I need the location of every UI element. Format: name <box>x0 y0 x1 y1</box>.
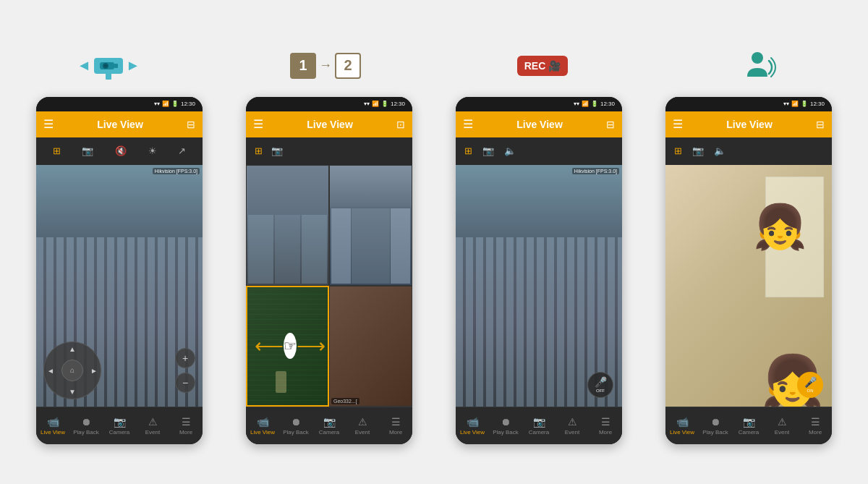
battery-icon: 🔋 <box>171 101 179 107</box>
phone-3-video: Hikvision [FPS:3.0] 🎤 OFF <box>456 165 622 407</box>
phone-3-bottom-nav: 📹 Live View ⏺ Play Back 📷 Camera ⚠ Event <box>456 407 622 444</box>
rec-label: REC <box>524 60 546 72</box>
zoom-out-btn[interactable]: − <box>175 373 195 393</box>
nav-live-label-1: Live View <box>41 429 65 436</box>
num-box-1: 1 <box>290 53 316 79</box>
grid-cell-4[interactable]: Geo332...[ <box>329 286 412 407</box>
time-3: 12:30 <box>600 101 615 107</box>
toolbar-screenshot-1[interactable]: 📷 <box>82 145 93 156</box>
hamburger-icon-1[interactable]: ☰ <box>43 117 54 131</box>
nav-playback-3[interactable]: ⏺ Play Back <box>489 416 522 436</box>
top-bar-right-3[interactable]: ⊟ <box>606 119 615 130</box>
svg-point-3 <box>104 64 107 67</box>
toolbar-mute-3[interactable]: 🔈 <box>504 145 516 156</box>
nav-live-view-3[interactable]: 📹 Live View <box>456 416 489 436</box>
ptz-up-btn[interactable]: ▲ <box>69 345 76 353</box>
toolbar-screenshot-3[interactable]: 📷 <box>482 145 494 156</box>
ptz-feature: ◄ ► <box>36 57 181 74</box>
mute-toggle-btn[interactable]: 🎤 OFF <box>587 372 613 398</box>
zoom-in-btn[interactable]: + <box>175 348 195 368</box>
toolbar-brightness-1[interactable]: ☀ <box>148 145 157 156</box>
phone-3-status-bar: ▾▾ 📶 🔋 12:30 <box>456 97 622 111</box>
grid-cell-1[interactable] <box>246 165 329 286</box>
toolbar-screenshot-2[interactable]: 📷 <box>271 145 283 156</box>
phone-4-title: Live View <box>726 119 773 130</box>
nav-camera-3[interactable]: 📷 Camera <box>522 416 556 436</box>
wifi-icon-3: ▾▾ <box>574 101 579 107</box>
ptz-down-btn[interactable]: ▼ <box>69 388 76 396</box>
hamburger-icon-2[interactable]: ☰ <box>253 117 263 131</box>
signal-icon-4: 📶 <box>791 101 799 107</box>
toolbar-screenshot-4[interactable]: 📷 <box>692 145 704 156</box>
status-icons-2: ▾▾ 📶 🔋 12:30 <box>364 101 405 107</box>
nav-more-icon-4: ☰ <box>811 416 820 428</box>
top-bar-right-2[interactable]: ⊡ <box>396 119 405 130</box>
grid-cell-3[interactable]: ⟵ ☞ ⟶ <box>246 286 329 407</box>
nav-event-3[interactable]: ⚠ Event <box>556 416 589 436</box>
time-4: 12:30 <box>810 101 825 107</box>
nav-more-icon-3: ☰ <box>601 416 610 428</box>
nav-event-icon-4: ⚠ <box>778 416 787 428</box>
nav-event-2[interactable]: ⚠ Event <box>346 416 379 436</box>
nav-event-1[interactable]: ⚠ Event <box>136 416 169 436</box>
mic-on-label: ON <box>807 389 814 393</box>
nav-more-3[interactable]: ☰ More <box>589 416 622 436</box>
hamburger-icon-4[interactable]: ☰ <box>673 117 683 131</box>
nav-live-icon-1: 📹 <box>47 416 59 428</box>
toolbar-grid-2[interactable]: ⊞ <box>255 145 263 156</box>
hamburger-icon-3[interactable]: ☰ <box>463 117 473 131</box>
ptz-controls: ▲ ▼ ◄ ► ⌂ + − <box>36 341 203 399</box>
ptz-home-btn[interactable]: ⌂ <box>61 360 83 381</box>
mic-on-btn[interactable]: 🎤 ON <box>797 372 823 398</box>
mute-off-label: OFF <box>596 389 605 393</box>
video-label-3: Hikvision [FPS:3.0] <box>572 168 619 174</box>
nav-live-icon-2: 📹 <box>257 416 269 428</box>
nav-more-label-1: More <box>179 429 192 436</box>
toolbar-camera-switch-1[interactable]: ⊞ <box>53 145 61 156</box>
nav-more-1[interactable]: ☰ More <box>169 416 203 436</box>
phone-4-top-bar: ☰ Live View ⊟ <box>665 111 832 137</box>
phone-1-video: Hikvision [FPS:3.0] ▲ ▼ ◄ ► ⌂ <box>36 165 203 407</box>
ptz-circle[interactable]: ▲ ▼ ◄ ► ⌂ <box>43 341 101 399</box>
rec-feature: REC 🎥 <box>470 56 615 76</box>
nav-playback-4[interactable]: ⏺ Play Back <box>699 416 732 436</box>
nav-playback-1[interactable]: ⏺ Play Back <box>69 416 103 436</box>
nav-camera-2[interactable]: 📷 Camera <box>312 416 346 436</box>
phone-4-toolbar: ⊞ 📷 🔈 <box>665 137 832 165</box>
rec-button[interactable]: REC 🎥 <box>517 56 569 76</box>
nav-more-icon-1: ☰ <box>182 416 191 428</box>
toolbar-mute-1[interactable]: 🔇 <box>115 145 127 156</box>
phone-4-bottom-nav: 📹 Live View ⏺ Play Back 📷 Camera ⚠ Event <box>665 407 832 444</box>
phones-row: ▾▾ 📶 🔋 12:30 ☰ Live View ⊟ ⊞ 📷 🔇 <box>0 97 868 444</box>
toolbar-cam-3[interactable]: ⊞ <box>464 145 472 156</box>
signal-icon: 📶 <box>162 101 169 107</box>
ptz-right-btn[interactable]: ► <box>90 366 98 374</box>
nav-live-view-2[interactable]: 📹 Live View <box>246 416 279 436</box>
voice-feature <box>687 48 832 84</box>
grid-cell-2[interactable] <box>329 165 412 286</box>
wifi-icon-2: ▾▾ <box>364 101 370 107</box>
phone-3: ▾▾ 📶 🔋 12:30 ☰ Live View ⊟ ⊞ 📷 🔈 <box>456 97 622 444</box>
nav-more-2[interactable]: ☰ More <box>379 416 412 436</box>
top-bar-right-4[interactable]: ⊟ <box>816 119 825 130</box>
nav-playback-2[interactable]: ⏺ Play Back <box>279 416 312 436</box>
nav-cam-label-1: Camera <box>109 429 129 436</box>
nav-live-view-4[interactable]: 📹 Live View <box>665 416 699 436</box>
toolbar-cursor-1[interactable]: ↗ <box>178 145 186 156</box>
nav-event-4[interactable]: ⚠ Event <box>765 416 799 436</box>
nav-camera-1[interactable]: 📷 Camera <box>103 416 136 436</box>
toolbar-cam-4[interactable]: ⊞ <box>674 145 682 156</box>
top-bar-right-1[interactable]: ⊟ <box>187 119 195 130</box>
time-1: 12:30 <box>181 101 195 107</box>
wifi-icon-4: ▾▾ <box>783 101 789 107</box>
signal-icon-2: 📶 <box>372 101 379 107</box>
mute-icon: 🎤 <box>595 376 607 388</box>
zoom-controls: + − <box>175 348 195 393</box>
phone-1-top-bar: ☰ Live View ⊟ <box>36 111 203 137</box>
nav-more-4[interactable]: ☰ More <box>799 416 832 436</box>
toolbar-mute-4[interactable]: 🔈 <box>714 145 726 156</box>
nav-event-label-4: Event <box>775 429 789 436</box>
ptz-left-btn[interactable]: ◄ <box>47 366 54 374</box>
nav-camera-4[interactable]: 📷 Camera <box>732 416 765 436</box>
nav-live-view-1[interactable]: 📹 Live View <box>36 416 69 436</box>
